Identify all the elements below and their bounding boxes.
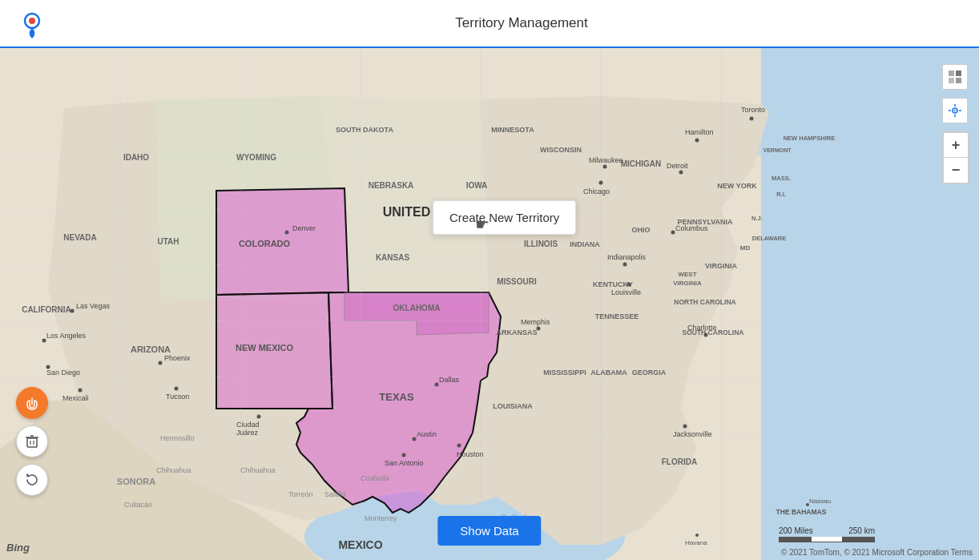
svg-text:Chicago: Chicago <box>583 187 610 195</box>
svg-text:Juárez: Juárez <box>236 429 259 437</box>
svg-text:Austin: Austin <box>417 430 437 438</box>
svg-point-69 <box>285 231 289 235</box>
svg-text:Hamilton: Hamilton <box>685 128 714 136</box>
page-title: Territory Management <box>64 15 979 31</box>
svg-point-112 <box>704 333 708 337</box>
svg-text:NEW YORK: NEW YORK <box>717 182 757 190</box>
svg-text:LOUISIANA: LOUISIANA <box>493 402 533 410</box>
context-menu[interactable]: Create New Territory <box>433 200 576 235</box>
svg-text:Havana: Havana <box>685 539 707 546</box>
svg-text:San Diego: San Diego <box>46 369 80 377</box>
svg-text:Tucson: Tucson <box>166 393 189 401</box>
svg-text:OHIO: OHIO <box>631 226 650 234</box>
svg-text:Jacksonville: Jacksonville <box>673 430 712 438</box>
svg-text:MICHIGAN: MICHIGAN <box>621 159 662 168</box>
map-svg: COLORADO NEW MEXICO TEXAS OKLAHOMA KANSA… <box>0 48 979 560</box>
svg-text:MISSOURI: MISSOURI <box>497 277 537 286</box>
svg-text:CALIFORNIA: CALIFORNIA <box>22 305 71 314</box>
svg-point-102 <box>750 117 754 121</box>
svg-point-129 <box>695 534 699 537</box>
map-attribution: © 2021 TomTom, © 2021 Microsoft Corporat… <box>781 548 973 557</box>
svg-text:SONORA: SONORA <box>117 477 155 486</box>
svg-point-81 <box>175 387 179 391</box>
svg-text:Coahuila: Coahuila <box>361 474 389 482</box>
svg-point-88 <box>413 437 417 441</box>
svg-text:MEXICO: MEXICO <box>338 538 382 551</box>
svg-point-100 <box>695 139 699 143</box>
map-type-button[interactable] <box>942 64 968 90</box>
svg-point-79 <box>159 361 163 365</box>
svg-text:INDIANA: INDIANA <box>570 240 600 248</box>
svg-point-114 <box>683 425 687 429</box>
svg-point-108 <box>671 231 675 235</box>
svg-text:R.I.: R.I. <box>776 191 786 198</box>
svg-point-90 <box>402 453 406 457</box>
svg-text:Ciudad: Ciudad <box>236 421 260 429</box>
svg-text:Culiacán: Culiacán <box>124 501 152 509</box>
svg-text:Torreón: Torreón <box>288 490 313 498</box>
svg-text:ARIZONA: ARIZONA <box>131 344 171 354</box>
svg-text:TEXAS: TEXAS <box>379 391 414 403</box>
left-toolbar <box>16 387 48 496</box>
svg-text:Los Angeles: Los Angeles <box>46 332 87 340</box>
location-icon <box>948 103 962 118</box>
svg-text:ARKANSAS: ARKANSAS <box>496 328 537 336</box>
svg-point-110 <box>537 327 541 331</box>
svg-text:Nassau: Nassau <box>809 498 831 505</box>
svg-text:NORTH CAROLINA: NORTH CAROLINA <box>674 298 735 306</box>
scale-km: 250 km <box>848 526 875 535</box>
svg-point-71 <box>71 309 75 313</box>
create-territory-label: Create New Territory <box>449 211 559 224</box>
svg-text:Detroit: Detroit <box>667 162 688 170</box>
svg-text:UTAH: UTAH <box>157 237 179 246</box>
svg-point-96 <box>599 181 603 185</box>
hand-tool-button[interactable] <box>16 387 48 419</box>
svg-rect-136 <box>949 71 954 76</box>
svg-point-73 <box>42 339 46 343</box>
zoom-out-button[interactable]: − <box>943 158 969 183</box>
svg-point-104 <box>623 263 627 267</box>
refresh-icon <box>25 473 39 487</box>
svg-text:VIRGINIA: VIRGINIA <box>705 262 738 270</box>
svg-text:KANSAS: KANSAS <box>376 253 410 262</box>
bing-logo: Bing <box>6 542 30 554</box>
delete-tool-button[interactable] <box>16 425 48 457</box>
svg-text:Las Vegas: Las Vegas <box>76 302 111 310</box>
svg-point-92 <box>457 444 461 448</box>
svg-text:Phoenix: Phoenix <box>164 354 191 362</box>
svg-text:San Antonio: San Antonio <box>385 459 424 467</box>
scale-bar: 200 Miles 250 km <box>779 526 875 542</box>
svg-point-83 <box>257 415 261 419</box>
app-logo <box>15 6 49 40</box>
svg-text:IOWA: IOWA <box>466 181 488 190</box>
svg-text:ALABAMA: ALABAMA <box>590 369 627 377</box>
svg-text:Denver: Denver <box>292 224 316 232</box>
svg-text:Chihuahua: Chihuahua <box>156 466 191 474</box>
svg-text:Toronto: Toronto <box>741 106 765 114</box>
zoom-in-button[interactable]: + <box>943 132 969 158</box>
svg-text:Louisville: Louisville <box>611 288 641 296</box>
svg-text:VERMONT: VERMONT <box>763 147 792 153</box>
svg-point-98 <box>679 171 683 175</box>
svg-text:NEW HAMPSHIRE: NEW HAMPSHIRE <box>784 135 836 142</box>
delete-icon <box>25 434 39 449</box>
my-location-button[interactable] <box>942 98 968 123</box>
svg-text:IDAHO: IDAHO <box>123 153 149 162</box>
svg-text:DELAWARE: DELAWARE <box>752 235 787 242</box>
svg-text:NEW MEXICO: NEW MEXICO <box>236 343 294 353</box>
svg-text:Hermosillo: Hermosillo <box>160 434 195 442</box>
show-data-button[interactable]: Show Data <box>437 516 541 546</box>
svg-rect-138 <box>949 78 954 83</box>
svg-text:ILLINOIS: ILLINOIS <box>524 240 558 248</box>
svg-text:Saltillo: Saltillo <box>324 490 346 498</box>
svg-point-106 <box>627 283 631 287</box>
logo-area <box>0 6 64 40</box>
svg-text:MD: MD <box>740 244 751 252</box>
svg-text:WISCONSIN: WISCONSIN <box>540 146 582 154</box>
svg-rect-139 <box>956 78 961 83</box>
right-toolbar: + − <box>942 64 969 184</box>
svg-text:WEST: WEST <box>678 271 696 278</box>
map-type-icon <box>948 70 962 84</box>
refresh-tool-button[interactable] <box>16 464 48 496</box>
svg-text:THE BAHAMAS: THE BAHAMAS <box>776 508 827 516</box>
